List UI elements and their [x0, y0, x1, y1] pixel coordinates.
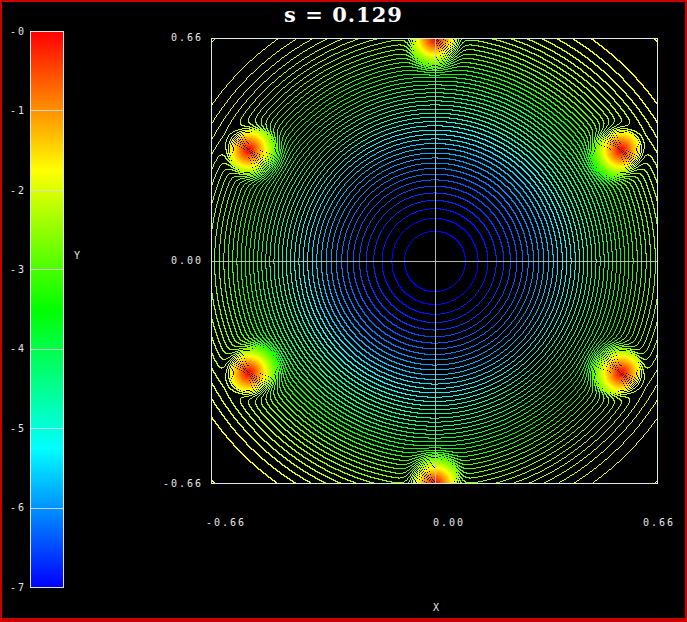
plot-window: s = 0.129 -0 -1 -2 -3 -4 -5 -6 -7 Y 0.66… — [0, 0, 687, 622]
colorbar-tick-label: -6 — [4, 502, 26, 514]
colorbar-tick-label: -0 — [4, 26, 26, 38]
colorbar-tick-label: -3 — [4, 264, 26, 276]
y-tick-label: -0.66 — [157, 478, 203, 490]
y-tick-label: 0.00 — [157, 255, 203, 267]
colorbar-tick-label: -2 — [4, 185, 26, 197]
x-tick-label: 0.00 — [419, 517, 479, 529]
colorbar-tick-label: -1 — [4, 105, 26, 117]
colorbar-tick-label: -4 — [4, 343, 26, 355]
y-tick-label: 0.66 — [157, 32, 203, 44]
colorbar-tick-label: -5 — [4, 423, 26, 435]
x-tick-label: -0.66 — [196, 517, 256, 529]
plot-title: s = 0.129 — [2, 2, 685, 28]
x-tick-label: 0.66 — [631, 517, 687, 529]
contour-plot-canvas — [211, 38, 658, 484]
colorbar-tick-label: -7 — [4, 582, 26, 594]
y-axis-label: Y — [74, 250, 81, 262]
colorbar-gradient — [30, 31, 64, 588]
x-axis-label: X — [407, 602, 467, 614]
